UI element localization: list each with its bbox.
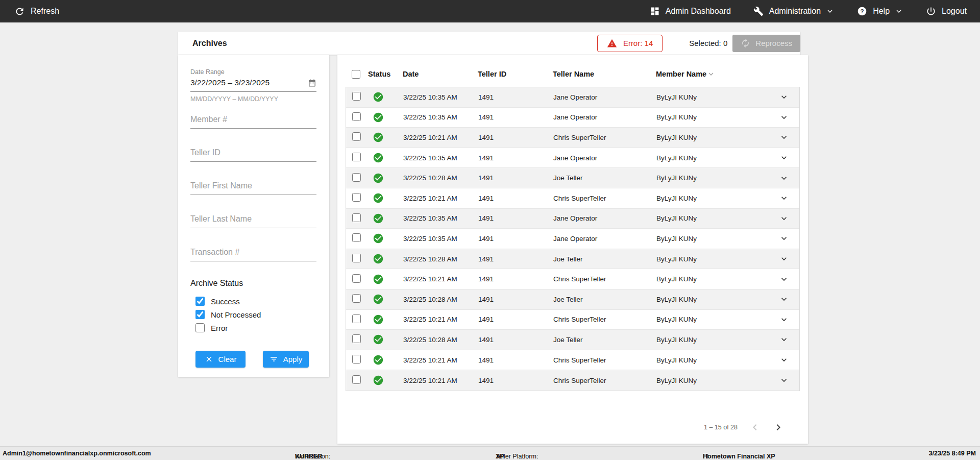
apply-button[interactable]: Apply <box>263 351 309 368</box>
row-checkbox[interactable] <box>352 213 361 222</box>
status-success-icon <box>369 132 403 143</box>
success-checkbox[interactable] <box>195 297 205 306</box>
clear-button[interactable]: Clear <box>195 351 246 368</box>
row-checkbox[interactable] <box>352 334 361 343</box>
cell-date: 3/22/25 10:28 AM <box>403 255 478 263</box>
not-processed-checkbox[interactable] <box>195 310 205 319</box>
row-expand-chevron-icon[interactable] <box>769 173 799 183</box>
row-checkbox[interactable] <box>352 375 361 384</box>
table-row[interactable]: 3/22/25 10:21 AM 1491 Chris SuperTeller … <box>346 128 799 148</box>
workstation-value: KURRER <box>295 453 322 460</box>
row-expand-chevron-icon[interactable] <box>769 213 799 224</box>
table-row[interactable]: 3/22/25 10:35 AM 1491 Jane Operator ByLy… <box>346 108 799 128</box>
status-success-icon <box>369 152 403 163</box>
row-expand-chevron-icon[interactable] <box>769 294 799 304</box>
table-row[interactable]: 3/22/25 10:21 AM 1491 Chris SuperTeller … <box>346 370 799 391</box>
table-row[interactable]: 3/22/25 10:21 AM 1491 Chris SuperTeller … <box>346 310 799 330</box>
help-label: Help <box>873 7 890 16</box>
select-all-checkbox[interactable] <box>352 70 360 79</box>
table-row[interactable]: 3/22/25 10:28 AM 1491 Joe Teller ByLyJI … <box>346 168 799 188</box>
table-row[interactable]: 3/22/25 10:28 AM 1491 Joe Teller ByLyJI … <box>346 330 799 350</box>
row-checkbox[interactable] <box>352 153 361 161</box>
status-option-not-processed[interactable]: Not Processed <box>190 310 316 319</box>
cell-member-name: ByLyJI KUNy <box>656 93 769 101</box>
table-row[interactable]: 3/22/25 10:28 AM 1491 Joe Teller ByLyJI … <box>346 289 799 310</box>
reprocess-button[interactable]: Reprocess <box>732 35 800 52</box>
table-header-row: Status Date Teller ID Teller Name Member… <box>346 55 800 87</box>
cell-teller-id: 1491 <box>478 255 553 263</box>
row-checkbox[interactable] <box>352 233 361 242</box>
table-row[interactable]: 3/22/25 10:21 AM 1491 Chris SuperTeller … <box>346 269 799 289</box>
row-checkbox[interactable] <box>352 274 361 283</box>
row-expand-chevron-icon[interactable] <box>769 334 799 345</box>
date-range-label: Date Range <box>190 68 316 76</box>
row-expand-chevron-icon[interactable] <box>769 254 799 264</box>
row-checkbox[interactable] <box>352 355 361 364</box>
row-expand-chevron-icon[interactable] <box>769 375 799 385</box>
table-body: 3/22/25 10:35 AM 1491 Jane Operator ByLy… <box>346 87 800 391</box>
error-count-button[interactable]: Error: 14 <box>597 35 663 52</box>
table-row[interactable]: 3/22/25 10:35 AM 1491 Jane Operator ByLy… <box>346 229 799 249</box>
teller-id-input[interactable] <box>190 148 316 162</box>
column-teller-name[interactable]: Teller Name <box>553 70 656 78</box>
table-row[interactable]: 3/22/25 10:21 AM 1491 Chris SuperTeller … <box>346 188 799 209</box>
row-checkbox[interactable] <box>352 193 361 202</box>
nav-administration[interactable]: Administration <box>753 6 835 16</box>
cell-teller-id: 1491 <box>478 235 553 243</box>
row-expand-chevron-icon[interactable] <box>769 112 799 123</box>
column-date[interactable]: Date <box>403 70 478 78</box>
cell-date: 3/22/25 10:35 AM <box>403 214 478 222</box>
nav-admin-dashboard[interactable]: Admin Dashboard <box>650 6 731 16</box>
column-teller-id[interactable]: Teller ID <box>478 70 553 78</box>
error-label: Error <box>211 324 228 332</box>
row-checkbox[interactable] <box>352 314 361 323</box>
row-checkbox[interactable] <box>352 92 361 101</box>
cell-teller-id: 1491 <box>478 154 553 162</box>
nav-help[interactable]: ? Help <box>857 6 903 16</box>
transaction-number-input[interactable] <box>190 248 316 261</box>
teller-last-name-input[interactable] <box>190 214 316 228</box>
row-checkbox[interactable] <box>352 254 361 262</box>
cell-teller-id: 1491 <box>478 336 553 344</box>
nav-logout[interactable]: Logout <box>926 6 967 16</box>
row-checkbox[interactable] <box>352 173 361 182</box>
row-expand-chevron-icon[interactable] <box>769 314 799 325</box>
status-option-error[interactable]: Error <box>190 323 316 332</box>
sort-chevron-down-icon[interactable] <box>706 69 716 79</box>
column-member-name[interactable]: Member Name <box>656 69 769 79</box>
error-checkbox[interactable] <box>195 323 205 332</box>
table-row[interactable]: 3/22/25 10:35 AM 1491 Jane Operator ByLy… <box>346 87 799 108</box>
refresh-button[interactable]: Refresh <box>14 6 59 17</box>
apply-label: Apply <box>283 355 303 364</box>
status-success-icon <box>369 91 403 103</box>
row-expand-chevron-icon[interactable] <box>769 233 799 244</box>
table-row[interactable]: 3/22/25 10:28 AM 1491 Joe Teller ByLyJI … <box>346 249 799 270</box>
column-status[interactable]: Status <box>368 70 403 78</box>
status-option-success[interactable]: Success <box>190 297 316 306</box>
row-checkbox[interactable] <box>352 132 361 141</box>
date-range-field[interactable]: 3/22/2025 – 3/23/2025 <box>190 78 316 92</box>
row-checkbox[interactable] <box>352 294 361 303</box>
member-number-input[interactable] <box>190 115 316 129</box>
power-icon <box>926 6 936 16</box>
reprocess-icon <box>741 38 750 48</box>
row-expand-chevron-icon[interactable] <box>769 92 799 102</box>
warning-icon <box>607 38 617 49</box>
table-row[interactable]: 3/22/25 10:35 AM 1491 Jane Operator ByLy… <box>346 148 799 168</box>
row-expand-chevron-icon[interactable] <box>769 355 799 365</box>
calendar-icon[interactable] <box>308 79 316 87</box>
row-expand-chevron-icon[interactable] <box>769 132 799 142</box>
cell-member-name: ByLyJI KUNy <box>656 336 769 344</box>
previous-page-button[interactable] <box>749 421 761 433</box>
row-expand-chevron-icon[interactable] <box>769 153 799 163</box>
row-checkbox[interactable] <box>352 112 361 121</box>
teller-first-name-input[interactable] <box>190 181 316 195</box>
table-row[interactable]: 3/22/25 10:35 AM 1491 Jane Operator ByLy… <box>346 209 799 229</box>
row-expand-chevron-icon[interactable] <box>769 193 799 203</box>
cell-member-name: ByLyJI KUNy <box>656 195 769 202</box>
next-page-button[interactable] <box>772 421 785 433</box>
row-expand-chevron-icon[interactable] <box>769 274 799 284</box>
table-row[interactable]: 3/22/25 10:21 AM 1491 Chris SuperTeller … <box>346 350 799 371</box>
cell-teller-name: Jane Operator <box>553 235 656 243</box>
administration-label: Administration <box>769 7 821 16</box>
